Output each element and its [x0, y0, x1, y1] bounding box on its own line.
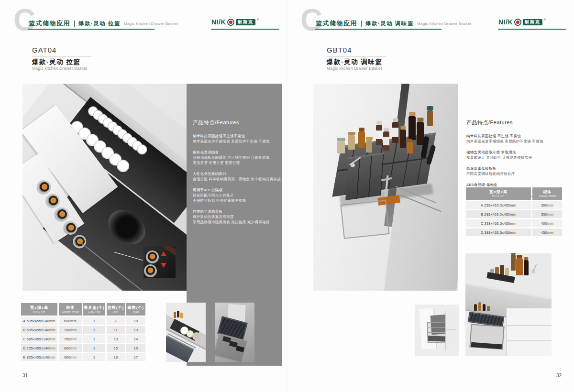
table-row: C.338x463.5x450mm 400mm [466, 219, 562, 227]
bottle-cap [427, 106, 433, 110]
feature-line: 纳米表面光滑手感细腻 多层防护不生锈 不腐蚀 [466, 139, 564, 144]
drawer-gap [506, 325, 552, 326]
sauce-bottle [392, 122, 398, 143]
feature-section: 纳米科技表面处理不生锈不腐蚀 纳米表面光滑手感细腻 多层防护不生锈 不腐蚀 [193, 133, 276, 144]
inset-caption: 可左右移动调节 [142, 278, 172, 283]
table-row: D.735x455x140mm 800mm 1 15 15 [21, 344, 145, 352]
jar-cap [348, 132, 355, 135]
table-header-row: 宽x深x高W x D x H 柜体Cabinet Width [466, 187, 562, 200]
red-arrow-up-icon [161, 251, 166, 256]
table-cell: 15 [107, 344, 125, 352]
inset-metal-cup [146, 250, 159, 263]
table-row: B.635x455x140mm 700mm 1 11 13 [21, 326, 145, 334]
feature-line: 纳米表面光滑手感细腻 多层防护不生锈 不腐蚀 [193, 139, 276, 144]
header-cn: 宽x深x高 [489, 190, 508, 194]
inset-metal-cup [144, 264, 157, 277]
soy-bottle [408, 116, 416, 140]
product-name-en: Magic kitchen Drawer Basket [32, 66, 87, 71]
logo-o-icon [514, 19, 521, 26]
table-header-cell: 宽x深x高W x D x H [466, 187, 531, 200]
logo-rule [211, 29, 279, 30]
table-cell: 600mm [59, 317, 82, 325]
table-cell: C.338x463.5x450mm [466, 219, 531, 227]
table-header-cell: 宽x深x高W x D x H [21, 303, 57, 316]
feature-section: 储物盒灵动提取方便 拿取清洗 魔盒式设计 灵动组合 让收纳更便捷实用 [466, 150, 564, 160]
lifestyle-photo-right [465, 253, 552, 356]
code-underline [327, 56, 386, 56]
header-cn: 盘数(个) [108, 305, 124, 310]
logo-text: NI/K [211, 18, 226, 26]
thumb-bottle [177, 311, 179, 317]
feature-line: ABS食品级 储物盒 [466, 182, 564, 187]
table-cell: 1 [83, 353, 105, 361]
utensil-cup-divider [345, 154, 384, 200]
spice-jar [348, 135, 355, 150]
red-arrow-down-icon [161, 263, 166, 268]
features-left: 产品特点/Features 纳米科技表面处理不生锈不腐蚀 纳米表面光滑手感细腻 … [193, 119, 276, 230]
header-rule [28, 29, 155, 30]
soy-bottle [400, 130, 406, 148]
features-title: 产品特点/Features [466, 119, 564, 126]
sauce-bottle [376, 125, 382, 145]
table-cell: B.288x463.5x450mm [466, 210, 531, 218]
bottle-cap [400, 126, 406, 130]
oil-bottle [516, 258, 523, 275]
header-en: Cutly Tray [88, 310, 100, 313]
table-header-cell: 盘数(个)Dish [107, 303, 125, 316]
features-title: 产品特点/Features [193, 119, 276, 126]
table-cell: 15 [126, 344, 145, 352]
vinegar-bottle [511, 254, 516, 271]
feature-line: 魔盒式设计 灵动组合 让收纳更便捷实用 [466, 155, 564, 160]
table-cell: 1 [83, 344, 105, 352]
bottle-cap [517, 255, 522, 258]
cabinet-front [506, 308, 552, 356]
thumbnail-photo-right [415, 305, 459, 356]
table-cell: B.635x455x140mm [21, 326, 57, 334]
center-fold [287, 0, 287, 392]
bottle-cap [417, 118, 423, 122]
mini-bottle [487, 306, 490, 311]
table-row: B.288x463.5x450mm 350mm [466, 210, 562, 218]
spec-table-left: 宽x深x高W x D x H 柜体Cabinet Width 餐具盒(个)Cut… [21, 303, 145, 361]
registered-mark: ® [544, 18, 546, 21]
feature-line: 储物盒灵动提取方便 拿取清洗 [466, 150, 564, 155]
feature-section: 纳米科技表面处理 不生锈 不腐蚀 纳米表面光滑手感细腻 多层防护不生锈 不腐蚀 [466, 133, 564, 144]
table-header-cell: 餐具盒(个)Cutly Tray [83, 303, 105, 316]
page-header-right: 篮式储物应用 爆款·灵动 调味篮 Magic Kitchen Drawer Ba… [316, 19, 471, 28]
table-header-row: 宽x深x高W x D x H 柜体Cabinet Width 餐具盒(个)Cut… [21, 303, 145, 316]
header-en: Bowl [133, 310, 139, 313]
thumb-drawer-gap [445, 329, 456, 330]
header-cn: 柜体 [66, 305, 75, 310]
feature-line: 纳米科技表面处理 不生锈 不腐蚀 [466, 133, 564, 139]
header-cn: 宽x深x高 [30, 305, 48, 310]
table-header-cell: 柜体Cabinet Width [532, 187, 562, 200]
bottle-cap [393, 118, 398, 122]
thumb-plate-stack [192, 332, 200, 340]
feature-line: 自带防尘滑轨盖板 [193, 209, 276, 214]
bottle-cap [376, 121, 382, 125]
table-cell: 450mm [532, 229, 562, 236]
feature-line: 模块化灵动组合 [193, 150, 276, 155]
table-cell: 400mm [532, 219, 562, 227]
header-divider [361, 21, 362, 27]
table-cell: 7 [107, 317, 125, 325]
table-row: A.238x463.5x450mm 300mm [466, 201, 562, 209]
spice-jar [337, 141, 345, 153]
table-cell: C.685x455x140mm [21, 335, 57, 343]
feature-line: 采用品牌缓冲隐藏滑轨 推拉轻柔 减少碗碟碰撞 [193, 219, 276, 225]
header-en: W x D x H [33, 310, 45, 313]
table-row: D.388x463.5x450mm 450mm [466, 229, 562, 236]
table-cell: 700mm [59, 326, 82, 334]
header-en: Cabinet Width [62, 310, 79, 313]
main-photo-left: 可左右移动调节 [22, 84, 187, 291]
header-rule [315, 29, 442, 30]
table-cell: 1 [83, 326, 105, 334]
logo-text: NI/K [498, 18, 513, 26]
feature-line: 不同高度调味瓶收纳井然有序 [466, 171, 564, 176]
table-cell: 1 [83, 317, 105, 325]
thumb-bottle [174, 312, 176, 318]
jar-cap [366, 137, 373, 140]
header-en: Dish [113, 310, 118, 313]
brand-logo: NI/K 耐斯克 ® [498, 18, 546, 26]
thumbnail-photo-1 [166, 303, 206, 362]
